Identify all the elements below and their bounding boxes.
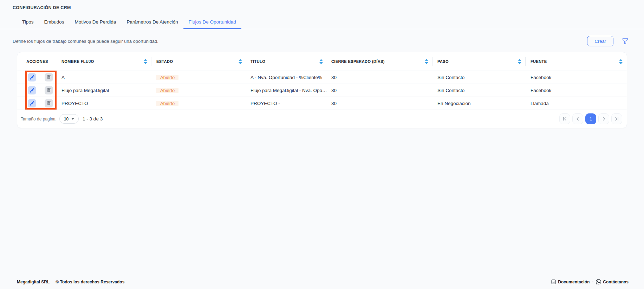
titulo-cell: A - Nva. Oportunidad - %Cliente% <box>246 75 327 80</box>
page-size-label: Tamaño de pagina <box>21 117 56 121</box>
toolbar: Define los flujos de trabajo comunes que… <box>13 36 629 46</box>
nombre-flujo-cell: Flujo para MegaDigital <box>57 88 151 93</box>
pagination-range: 1 - 3 de 3 <box>83 116 103 121</box>
paso-cell: Sin Contacto <box>432 88 526 93</box>
estado-cell: Abierto <box>151 75 246 80</box>
sort-arrows-icon[interactable] <box>619 59 623 64</box>
estado-cell: Abierto <box>151 101 246 106</box>
column-header-fuente[interactable]: FUENTE <box>526 52 627 71</box>
journal-icon <box>551 279 556 284</box>
footer: Megadigital SRL © Todos los derechos Res… <box>17 279 629 284</box>
trash-icon <box>47 88 51 92</box>
paso-cell: En Negociacion <box>432 101 526 106</box>
sort-arrows-icon[interactable] <box>144 59 147 64</box>
actions-cell <box>17 99 57 107</box>
cierre-esperado-cell: 30 <box>327 75 432 80</box>
sort-arrows-icon[interactable] <box>425 59 428 64</box>
estado-badge: Abierto <box>156 101 178 106</box>
column-header-titulo[interactable]: TITULO <box>246 52 327 71</box>
estado-badge: Abierto <box>156 88 178 93</box>
chevron-down-icon <box>71 118 74 120</box>
table-row: PROYECTO Abierto PROYECTO - 30 En Negoci… <box>17 97 627 110</box>
sort-arrows-icon[interactable] <box>319 59 323 64</box>
first-page-button[interactable] <box>559 113 570 124</box>
page-number-button[interactable]: 1 <box>585 113 596 124</box>
actions-cell <box>17 73 57 81</box>
table-header: ACCIONES NOMBRE FLUJO ESTADO TITULO CIER… <box>17 52 627 71</box>
column-header-acciones: ACCIONES <box>17 52 57 71</box>
column-header-paso[interactable]: PASO <box>432 52 526 71</box>
cierre-esperado-cell: 30 <box>327 101 432 106</box>
previous-page-button[interactable] <box>572 113 583 124</box>
last-page-button[interactable] <box>611 113 622 124</box>
sort-arrows-icon[interactable] <box>239 59 242 64</box>
trash-icon <box>47 75 51 79</box>
pencil-icon <box>30 88 34 93</box>
page-title: CONFIGURACIÓN DE CRM <box>0 0 644 10</box>
actions-cell <box>17 86 57 94</box>
delete-button[interactable] <box>45 86 53 94</box>
documentation-link[interactable]: Documentación <box>551 279 590 284</box>
sort-arrows-icon[interactable] <box>518 59 521 64</box>
whatsapp-icon <box>596 279 601 284</box>
titulo-cell: Flujo para MegaDigital - Nva. Oportunid.… <box>246 88 327 93</box>
trash-icon <box>47 101 51 105</box>
pagination-bar: Tamaño de pagina 10 1 - 3 de 3 1 <box>17 110 627 128</box>
crm-config-page: CONFIGURACIÓN DE CRM Tipos Embudos Motiv… <box>0 0 644 289</box>
pencil-icon <box>30 75 34 80</box>
description-text: Define los flujos de trabajo comunes que… <box>13 39 158 44</box>
delete-button[interactable] <box>45 73 53 81</box>
create-button[interactable]: Crear <box>587 36 613 46</box>
tab-tipos[interactable]: Tipos <box>17 16 39 29</box>
estado-cell: Abierto <box>151 88 246 93</box>
tab-bar: Tipos Embudos Motivos De Perdida Parámet… <box>0 16 644 29</box>
titulo-cell: PROYECTO - <box>246 101 327 106</box>
edit-button[interactable] <box>28 99 36 107</box>
delete-button[interactable] <box>45 99 53 107</box>
edit-button[interactable] <box>28 86 36 94</box>
footer-separator: - <box>592 280 593 284</box>
tab-embudos[interactable]: Embudos <box>39 16 70 29</box>
fuente-cell: Facebook <box>526 75 627 80</box>
page-size-select[interactable]: 10 <box>59 114 79 124</box>
pencil-icon <box>30 101 34 106</box>
footer-copyright: © Todos los derechos Reservados <box>56 280 124 284</box>
column-header-nombre-flujo[interactable]: NOMBRE FLUJO <box>57 52 151 71</box>
tab-flujos-de-oportunidad[interactable]: Flujos De Oportunidad <box>183 16 241 29</box>
edit-button[interactable] <box>28 73 36 81</box>
nombre-flujo-cell: PROYECTO <box>57 101 151 106</box>
table-card: ACCIONES NOMBRE FLUJO ESTADO TITULO CIER… <box>17 52 627 128</box>
next-page-button[interactable] <box>598 113 609 124</box>
nombre-flujo-cell: A <box>57 75 151 80</box>
contact-link[interactable]: Contáctanos <box>596 279 629 284</box>
footer-company: Megadigital SRL <box>17 280 50 284</box>
cierre-esperado-cell: 30 <box>327 88 432 93</box>
column-header-cierre-esperado[interactable]: CIERRE ESPERADO (DÍAS) <box>327 52 432 71</box>
table-row: Flujo para MegaDigital Abierto Flujo par… <box>17 84 627 97</box>
table-body: A Abierto A - Nva. Oportunidad - %Client… <box>17 71 627 110</box>
table-row: A Abierto A - Nva. Oportunidad - %Client… <box>17 71 627 84</box>
estado-badge: Abierto <box>156 75 178 80</box>
paso-cell: Sin Contacto <box>432 75 526 80</box>
fuente-cell: Facebook <box>526 88 627 93</box>
tab-motivos-de-perdida[interactable]: Motivos De Perdida <box>70 16 122 29</box>
filter-funnel-icon[interactable] <box>622 38 629 45</box>
fuente-cell: Llamada <box>526 101 627 106</box>
column-header-estado[interactable]: ESTADO <box>151 52 246 71</box>
tab-parametros-de-atencion[interactable]: Parámetros De Atención <box>121 16 183 29</box>
